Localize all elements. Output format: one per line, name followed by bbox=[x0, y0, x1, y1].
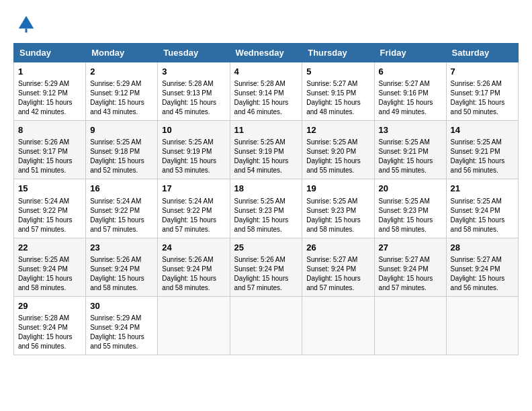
sunset-text: Sunset: 9:19 PM bbox=[162, 148, 212, 155]
daylight-text: Daylight: 15 hours and 55 minutes. bbox=[90, 333, 144, 350]
daylight-text: Daylight: 15 hours and 53 minutes. bbox=[162, 157, 216, 174]
calendar-cell bbox=[374, 296, 446, 355]
day-number: 11 bbox=[234, 124, 298, 136]
calendar-cell: 8Sunrise: 5:26 AMSunset: 9:17 PMDaylight… bbox=[14, 121, 86, 179]
sunset-text: Sunset: 9:14 PM bbox=[234, 89, 284, 97]
sunrise-text: Sunrise: 5:25 AM bbox=[379, 138, 430, 146]
sunrise-text: Sunrise: 5:25 AM bbox=[451, 138, 502, 146]
sunset-text: Sunset: 9:24 PM bbox=[306, 265, 356, 273]
daylight-text: Daylight: 15 hours and 58 minutes. bbox=[162, 275, 216, 291]
daylight-text: Daylight: 15 hours and 42 minutes. bbox=[18, 99, 73, 116]
sunset-text: Sunset: 9:24 PM bbox=[18, 324, 68, 331]
sunrise-text: Sunrise: 5:27 AM bbox=[379, 256, 430, 263]
logo bbox=[13, 13, 36, 36]
daylight-text: Daylight: 15 hours and 46 minutes. bbox=[234, 99, 289, 116]
sunrise-text: Sunrise: 5:27 AM bbox=[306, 256, 357, 263]
day-number: 13 bbox=[379, 124, 442, 136]
sunset-text: Sunset: 9:22 PM bbox=[162, 207, 212, 214]
week-row-5: 29Sunrise: 5:28 AMSunset: 9:24 PMDayligh… bbox=[14, 296, 519, 355]
daylight-text: Daylight: 15 hours and 54 minutes. bbox=[234, 157, 289, 174]
sunset-text: Sunset: 9:12 PM bbox=[18, 89, 68, 97]
daylight-text: Daylight: 15 hours and 52 minutes. bbox=[90, 157, 144, 174]
week-row-1: 1Sunrise: 5:29 AMSunset: 9:12 PMDaylight… bbox=[14, 62, 519, 121]
sunrise-text: Sunrise: 5:28 AM bbox=[18, 314, 69, 322]
sunrise-text: Sunrise: 5:29 AM bbox=[18, 80, 69, 87]
daylight-text: Daylight: 15 hours and 57 minutes. bbox=[18, 216, 73, 233]
weekday-header-monday: Monday bbox=[86, 44, 158, 62]
daylight-text: Daylight: 15 hours and 57 minutes. bbox=[306, 275, 361, 291]
day-number: 28 bbox=[451, 242, 514, 254]
day-number: 18 bbox=[234, 183, 298, 195]
calendar-cell bbox=[446, 296, 518, 355]
sunrise-text: Sunrise: 5:26 AM bbox=[451, 80, 502, 87]
day-number: 7 bbox=[451, 66, 514, 78]
calendar-cell: 29Sunrise: 5:28 AMSunset: 9:24 PMDayligh… bbox=[14, 296, 86, 355]
daylight-text: Daylight: 15 hours and 56 minutes. bbox=[18, 333, 73, 350]
sunset-text: Sunset: 9:13 PM bbox=[162, 89, 212, 97]
sunset-text: Sunset: 9:22 PM bbox=[18, 207, 68, 214]
week-row-4: 22Sunrise: 5:25 AMSunset: 9:24 PMDayligh… bbox=[14, 238, 519, 296]
day-number: 25 bbox=[234, 242, 298, 254]
day-number: 23 bbox=[90, 242, 153, 254]
calendar-cell: 14Sunrise: 5:25 AMSunset: 9:21 PMDayligh… bbox=[446, 121, 518, 179]
sunset-text: Sunset: 9:18 PM bbox=[90, 148, 140, 155]
daylight-text: Daylight: 15 hours and 58 minutes. bbox=[379, 216, 433, 233]
sunrise-text: Sunrise: 5:27 AM bbox=[306, 80, 357, 87]
sunset-text: Sunset: 9:16 PM bbox=[379, 89, 429, 97]
day-number: 8 bbox=[18, 124, 81, 136]
svg-marker-0 bbox=[19, 16, 34, 29]
calendar-cell bbox=[302, 296, 374, 355]
weekday-header-wednesday: Wednesday bbox=[230, 44, 302, 62]
sunrise-text: Sunrise: 5:25 AM bbox=[18, 256, 69, 263]
sunrise-text: Sunrise: 5:24 AM bbox=[162, 197, 213, 205]
sunset-text: Sunset: 9:24 PM bbox=[18, 265, 68, 273]
daylight-text: Daylight: 15 hours and 58 minutes. bbox=[234, 216, 289, 233]
sunrise-text: Sunrise: 5:25 AM bbox=[451, 197, 502, 205]
sunrise-text: Sunrise: 5:25 AM bbox=[162, 138, 213, 146]
daylight-text: Daylight: 15 hours and 58 minutes. bbox=[306, 216, 361, 233]
calendar-cell: 10Sunrise: 5:25 AMSunset: 9:19 PMDayligh… bbox=[158, 121, 230, 179]
calendar-cell: 16Sunrise: 5:24 AMSunset: 9:22 PMDayligh… bbox=[86, 179, 158, 238]
sunset-text: Sunset: 9:23 PM bbox=[379, 207, 429, 214]
sunrise-text: Sunrise: 5:24 AM bbox=[18, 197, 69, 205]
week-row-3: 15Sunrise: 5:24 AMSunset: 9:22 PMDayligh… bbox=[14, 179, 519, 238]
calendar-cell: 12Sunrise: 5:25 AMSunset: 9:20 PMDayligh… bbox=[302, 121, 374, 179]
weekday-header-tuesday: Tuesday bbox=[158, 44, 230, 62]
day-number: 16 bbox=[90, 183, 153, 195]
daylight-text: Daylight: 15 hours and 55 minutes. bbox=[306, 157, 361, 174]
sunrise-text: Sunrise: 5:26 AM bbox=[18, 138, 69, 146]
day-number: 26 bbox=[306, 242, 369, 254]
day-number: 17 bbox=[162, 183, 225, 195]
sunrise-text: Sunrise: 5:25 AM bbox=[379, 197, 430, 205]
day-number: 4 bbox=[234, 66, 298, 78]
day-number: 24 bbox=[162, 242, 225, 254]
day-number: 20 bbox=[379, 183, 442, 195]
sunrise-text: Sunrise: 5:27 AM bbox=[379, 80, 430, 87]
calendar-cell: 18Sunrise: 5:25 AMSunset: 9:23 PMDayligh… bbox=[230, 179, 302, 238]
sunrise-text: Sunrise: 5:29 AM bbox=[90, 314, 141, 322]
day-number: 27 bbox=[379, 242, 442, 254]
calendar-cell: 23Sunrise: 5:26 AMSunset: 9:24 PMDayligh… bbox=[86, 238, 158, 296]
sunrise-text: Sunrise: 5:26 AM bbox=[234, 256, 285, 263]
daylight-text: Daylight: 15 hours and 57 minutes. bbox=[234, 275, 289, 291]
sunset-text: Sunset: 9:24 PM bbox=[90, 265, 140, 273]
weekday-header-saturday: Saturday bbox=[446, 44, 518, 62]
weekday-header-sunday: Sunday bbox=[14, 44, 86, 62]
sunset-text: Sunset: 9:24 PM bbox=[162, 265, 212, 273]
sunrise-text: Sunrise: 5:25 AM bbox=[234, 138, 285, 146]
calendar-cell: 20Sunrise: 5:25 AMSunset: 9:23 PMDayligh… bbox=[374, 179, 446, 238]
sunset-text: Sunset: 9:17 PM bbox=[451, 89, 500, 97]
calendar-cell: 2Sunrise: 5:29 AMSunset: 9:12 PMDaylight… bbox=[86, 62, 158, 121]
sunset-text: Sunset: 9:15 PM bbox=[306, 89, 356, 97]
calendar-cell: 15Sunrise: 5:24 AMSunset: 9:22 PMDayligh… bbox=[14, 179, 86, 238]
day-number: 12 bbox=[306, 124, 369, 136]
daylight-text: Daylight: 15 hours and 50 minutes. bbox=[451, 99, 505, 116]
sunrise-text: Sunrise: 5:25 AM bbox=[306, 197, 357, 205]
daylight-text: Daylight: 15 hours and 57 minutes. bbox=[162, 216, 216, 233]
calendar-cell: 24Sunrise: 5:26 AMSunset: 9:24 PMDayligh… bbox=[158, 238, 230, 296]
day-number: 5 bbox=[306, 66, 369, 78]
day-number: 15 bbox=[18, 183, 81, 195]
calendar-cell: 26Sunrise: 5:27 AMSunset: 9:24 PMDayligh… bbox=[302, 238, 374, 296]
calendar-cell: 4Sunrise: 5:28 AMSunset: 9:14 PMDaylight… bbox=[230, 62, 302, 121]
daylight-text: Daylight: 15 hours and 57 minutes. bbox=[379, 275, 433, 291]
